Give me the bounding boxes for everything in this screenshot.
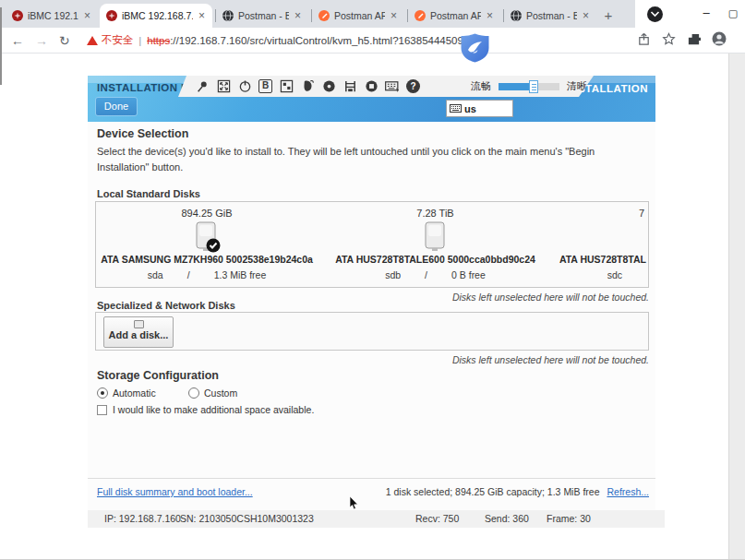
addressbar-actions [637,31,727,46]
done-button[interactable]: Done [95,97,138,116]
status-frame: Frame: 30 [547,513,591,524]
keyboard-layout-selector[interactable]: us [446,100,513,117]
forward-icon[interactable]: → [35,33,48,48]
tab-title: Postman - Browse [526,10,577,21]
disk-sep: / [187,269,190,280]
mouse-icon[interactable] [300,79,315,94]
help-icon[interactable]: ? [406,79,420,93]
display-grid-icon[interactable] [279,79,294,94]
disk-name: ATA HUS728T8TALE600 5000cca0bbd90c24 [318,254,553,265]
tab-close-icon[interactable]: × [389,9,399,22]
tab-separator [311,9,312,22]
tab-postman-browse-1[interactable]: Postman - Browse × [216,4,308,28]
share-icon[interactable] [637,32,651,46]
disk-drive-icon [422,221,450,255]
selection-summary: 1 disk selected; 894.25 GiB capacity; 1.… [386,486,600,497]
status-send: Send: 360 [485,513,529,524]
record-icon[interactable] [364,79,379,94]
browser-window: iBMC 192.168.7.16 × iBMC 192.168.7.16 × … [0,0,745,560]
keyboard-layout-value: us [464,103,476,114]
disk-capacity: 894.25 GiB [96,208,318,219]
tab-ibmc-2-active[interactable]: iBMC 192.168.7.16 × [100,4,212,28]
disk-sdb[interactable]: 7.28 TiB ATA HUS728T8TALE600 5000cca0bbd… [318,202,553,287]
device-selection-description: Select the device(s) you'd like to insta… [97,144,643,175]
disk-sdc[interactable]: 7 ATA HUS728T8TAL sdc [553,202,648,287]
radio-automatic[interactable] [97,387,108,399]
full-disk-summary-link[interactable]: Full disk summary and boot loader... [97,486,253,497]
tab-search-button[interactable] [647,6,663,22]
disk-free: 1.3 MiB free [214,269,267,280]
ibmc-plugin-shield-icon [460,33,490,63]
additional-space-row: I would like to make additional space av… [97,404,314,415]
postman-favicon-icon [318,9,330,22]
virtual-keyboard-icon[interactable] [385,79,400,94]
window-maximize-button[interactable]: ▢ [724,5,742,23]
status-sn: SN: 2103050CSH10M3001323 [180,513,314,524]
tab-close-icon[interactable]: × [485,9,495,22]
tab-title: Postman API Platfo [430,10,481,21]
disk-capacity: 7.28 TiB [318,208,553,219]
page-scrollbar[interactable] [728,54,745,560]
tab-ibmc-1[interactable]: iBMC 192.168.7.16 × [6,4,98,28]
status-recv: Recv: 750 [415,513,459,524]
boot-option-icon[interactable]: B [258,79,272,93]
tab-close-icon[interactable]: × [581,9,591,22]
tab-close-icon[interactable]: × [82,9,92,22]
storage-config-radios: Automatic Custom [97,387,237,399]
back-icon[interactable]: ← [11,33,24,48]
add-disk-button[interactable]: Add a disk... [103,316,174,348]
disk-name: ATA HUS728T8TAL [553,254,648,265]
tab-bar: iBMC 192.168.7.16 × iBMC 192.168.7.16 × … [0,0,745,28]
power-icon[interactable] [237,79,252,94]
disk-drive-icon [193,221,221,255]
unselected-note-2: Disks left unselected here will not be t… [452,354,649,365]
mouse-cursor-icon [349,496,359,510]
window-minimize-button[interactable]: – [697,4,715,22]
url-field[interactable]: 不安全 | https ://192.168.7.160/src/virtual… [87,33,475,47]
window-edge [0,7,2,85]
additional-space-label: I would like to make additional space av… [113,404,314,415]
profile-avatar-icon[interactable] [712,31,727,46]
disk-free: 0 B free [451,269,486,280]
address-bar: ← → ↻ 不安全 | https ://192.168.7.160/src/v… [0,28,745,54]
tab-title: iBMC 192.168.7.16 [122,10,193,21]
installer-footer: Full disk summary and boot loader... 1 d… [88,478,655,506]
additional-space-checkbox[interactable] [97,405,107,415]
disk-dev: sda [148,269,163,280]
pin-icon[interactable] [195,79,210,94]
tab-postman-api-1[interactable]: Postman API Platfo × [312,4,404,28]
url-protocol: https [147,35,170,46]
extensions-puzzle-icon[interactable] [687,32,701,46]
security-warning-icon [87,36,98,45]
disk-capacity: 7 [553,208,648,219]
fullscreen-icon[interactable] [216,79,231,94]
add-disk-label: Add a disk... [109,329,169,340]
keyboard-icon [450,104,462,113]
url-divider: | [138,35,141,46]
security-warning-label: 不安全 [102,33,134,47]
globe-favicon-icon [222,9,234,22]
bookmark-star-icon[interactable] [662,32,676,46]
tab-close-icon[interactable]: × [197,9,207,22]
radio-custom[interactable] [188,387,199,399]
specialized-disks-box: Add a disk... [95,312,649,351]
tab-postman-api-2[interactable]: Postman API Platfo × [408,4,500,28]
tab-title: iBMC 192.168.7.16 [28,10,78,21]
ibmc-favicon-icon [11,9,24,22]
tab-close-icon[interactable]: × [293,9,303,22]
url-text: ://192.168.7.160/src/virtualControl/kvm_… [170,35,475,46]
drives-icon[interactable] [342,79,357,94]
tab-postman-browse-2[interactable]: Postman - Browse × [504,4,596,28]
slider-handle[interactable] [529,80,538,93]
postman-favicon-icon [414,9,427,22]
refresh-link[interactable]: Refresh... [607,486,649,497]
radio-custom-label: Custom [204,387,237,399]
disk-dev: sdc [607,269,622,280]
new-tab-button[interactable]: + [598,6,619,26]
cdrom-icon[interactable] [321,79,336,94]
kvm-statusbar: IP: 192.168.7.160 SN: 2103050CSH10M30013… [88,510,665,528]
quality-slider[interactable] [499,83,559,90]
kvm-toolbar: B ? 流畅 清晰 [178,76,594,97]
reload-icon[interactable]: ↻ [59,33,70,48]
disk-sda[interactable]: 894.25 GiB ATA SAMSUNG MZ7KH960 5002538e… [96,202,318,287]
